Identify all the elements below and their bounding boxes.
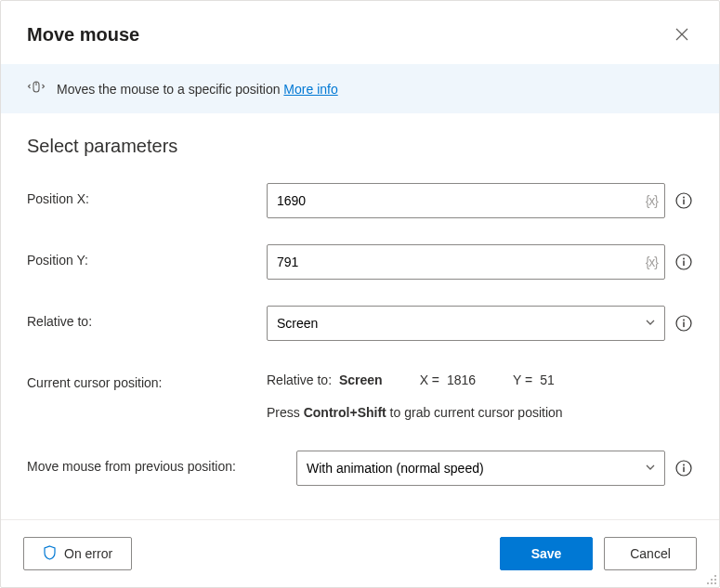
label-relative-to: Relative to: (27, 306, 267, 329)
row-position-x: Position X: {x} (27, 183, 693, 218)
svg-point-6 (683, 258, 685, 260)
info-banner: Moves the mouse to a specific position M… (1, 64, 719, 113)
svg-rect-10 (683, 322, 684, 328)
shield-icon (43, 545, 57, 563)
info-icon[interactable] (674, 314, 693, 333)
info-icon[interactable] (674, 191, 693, 210)
svg-rect-13 (683, 467, 684, 473)
svg-point-3 (683, 197, 685, 199)
cancel-button[interactable]: Cancel (604, 537, 697, 570)
cursor-info: Relative to: Screen X = 1816 Y = 51 Pres… (267, 367, 693, 425)
variable-picker-icon[interactable]: {x} (646, 193, 658, 208)
svg-rect-7 (683, 261, 684, 267)
variable-picker-icon[interactable]: {x} (646, 255, 658, 269)
label-position-x: Position X: (27, 183, 267, 206)
save-button[interactable]: Save (500, 537, 593, 570)
row-move-mode: Move mouse from previous position: With … (27, 451, 693, 486)
close-button[interactable] (667, 20, 697, 49)
info-icon[interactable] (674, 253, 693, 271)
position-y-input[interactable] (267, 244, 665, 280)
position-x-input[interactable] (267, 183, 665, 218)
row-position-y: Position Y: {x} (27, 244, 693, 280)
mouse-move-icon (27, 79, 46, 98)
svg-point-12 (683, 464, 685, 466)
info-icon[interactable] (674, 459, 693, 477)
row-relative-to: Relative to: Screen (27, 306, 693, 341)
more-info-link[interactable]: More info (283, 82, 337, 97)
section-title: Select parameters (27, 136, 693, 157)
row-cursor-position: Current cursor position: Relative to: Sc… (27, 367, 693, 425)
move-mode-select[interactable]: With animation (normal speed) (296, 451, 665, 486)
label-cursor-position: Current cursor position: (27, 367, 267, 390)
relative-to-select[interactable]: Screen (267, 306, 665, 341)
dialog-header: Move mouse (1, 1, 719, 64)
move-mouse-dialog: Move mouse Moves the mouse to a specific… (0, 0, 720, 588)
dialog-title: Move mouse (27, 24, 139, 46)
dialog-footer: On error Save Cancel (1, 519, 719, 587)
close-icon (675, 28, 688, 41)
banner-text: Moves the mouse to a specific position M… (57, 82, 338, 97)
label-move-mode: Move mouse from previous position: (27, 451, 296, 474)
cursor-hint: Press Control+Shift to grab current curs… (267, 401, 693, 425)
label-position-y: Position Y: (27, 244, 267, 268)
svg-point-9 (683, 320, 685, 321)
dialog-body: Select parameters Position X: {x} Positi… (1, 113, 719, 519)
on-error-button[interactable]: On error (23, 537, 132, 570)
svg-rect-4 (683, 200, 684, 205)
